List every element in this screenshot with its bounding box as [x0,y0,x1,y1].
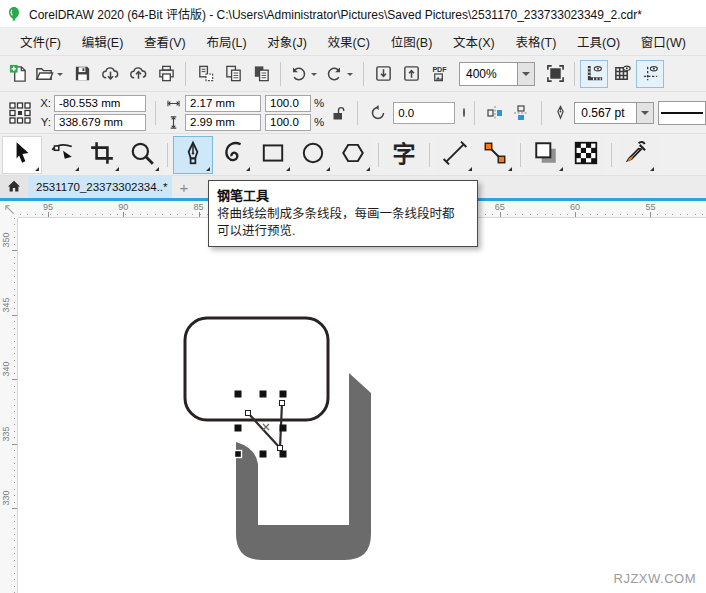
export-button[interactable] [397,60,425,88]
undo-dropdown[interactable] [308,61,319,87]
outline-width-input[interactable] [574,102,636,124]
outline-style-preview[interactable] [658,101,706,125]
mirror-vertical-icon[interactable] [510,102,532,124]
toolbox-separator [378,143,379,167]
text-tool[interactable]: 字 [384,136,424,174]
redo-button[interactable] [322,60,358,88]
drawing-canvas[interactable]: RJZXW.COM [18,218,706,593]
show-grid-button[interactable] [608,60,636,88]
selection-handle[interactable] [260,451,267,458]
rectangle-tool-icon [260,140,286,169]
undo-icon [289,64,308,83]
toolbar-separator [185,62,186,86]
copy-button[interactable] [219,60,247,88]
paste-button[interactable] [247,60,275,88]
y-position-input[interactable] [54,114,146,131]
open-folder-dropdown[interactable] [54,61,65,87]
toolbar-separator [574,62,575,86]
menu-item-3[interactable]: 查看(V) [138,28,192,55]
print-icon [157,64,176,83]
pick-tool[interactable] [2,136,42,174]
paste-special-button[interactable] [191,60,219,88]
new-document-button[interactable] [4,60,32,88]
shape-tool[interactable] [42,136,82,174]
curve-tool[interactable] [213,136,253,174]
save-button[interactable] [68,60,96,88]
menu-item-4[interactable]: 布局(L) [200,28,252,55]
drop-shadow-tool[interactable] [526,136,566,174]
transparency-tool[interactable] [566,136,606,174]
scale-vertical-input[interactable] [265,114,311,131]
watermark-text: RJZXW.COM [614,571,697,586]
x-position-input[interactable] [54,95,146,112]
pen-tool[interactable] [173,136,213,174]
fullscreen-preview-icon [546,64,565,83]
y-label: Y: [38,116,51,128]
cloud-download-button[interactable] [96,60,124,88]
menu-item-11[interactable]: 窗口(W) [635,28,692,55]
path-node[interactable] [246,411,251,416]
dimension-tool[interactable] [435,136,475,174]
lock-unlocked-icon[interactable] [328,103,348,123]
h-ruler-tick [123,212,124,217]
menu-item-7[interactable]: 位图(B) [385,28,439,55]
show-guidelines-button[interactable] [636,60,664,88]
selection-handle[interactable] [280,391,287,398]
open-folder-button[interactable] [32,60,68,88]
selection-handle[interactable] [280,425,287,432]
pick-tool-icon [9,140,35,169]
path-node[interactable] [280,401,285,406]
menu-item-2[interactable]: 编辑(E) [76,28,130,55]
redo-dropdown[interactable] [344,61,355,87]
document-tab-active[interactable]: 2531170_23373302334..* [28,176,172,198]
ellipse-tool[interactable] [293,136,333,174]
zoom-level-input[interactable] [459,62,517,86]
undo-button[interactable] [286,60,322,88]
width-icon [165,95,182,112]
outline-width-dropdown[interactable] [636,102,654,124]
path-node[interactable] [278,446,283,451]
selection-handle[interactable] [235,451,242,458]
menu-item-9[interactable]: 表格(T) [509,28,562,55]
selection-handle[interactable] [235,425,242,432]
selection-handle[interactable] [235,391,242,398]
v-ruler-tick [12,444,17,445]
zoom-tool[interactable] [122,136,162,174]
zoom-level-dropdown[interactable] [517,62,535,86]
selection-handle[interactable] [280,451,287,458]
object-width-input[interactable] [185,95,261,112]
color-eyedropper-tool[interactable] [617,136,657,174]
menu-item-10[interactable]: 工具(O) [571,28,626,55]
polygon-tool[interactable] [333,136,373,174]
h-ruler-tick [500,212,501,217]
selection-handle[interactable] [260,391,267,398]
percent-label: % [314,97,324,109]
gray-j-shape[interactable] [236,373,371,560]
menu-item-1[interactable]: 文件(F) [14,28,67,55]
object-height-input[interactable] [185,114,261,131]
welcome-home-button[interactable] [0,176,28,198]
import-button[interactable] [369,60,397,88]
fullscreen-preview-button[interactable] [541,60,569,88]
rectangle-tool[interactable] [253,136,293,174]
coreldraw-window: CorelDRAW 2020 (64-Bit 评估版) - C:\Users\A… [0,0,706,593]
new-tab-button[interactable]: + [172,176,196,198]
crop-tool[interactable] [82,136,122,174]
vertical-ruler[interactable]: 350345340335330 [0,218,18,593]
print-button[interactable] [152,60,180,88]
rounded-rectangle-shape[interactable] [185,318,328,420]
ruler-origin-icon[interactable] [0,201,18,218]
rotation-angle-input[interactable] [393,102,455,124]
v-ruler-tick [12,315,17,316]
paste-icon [252,64,271,83]
pdf-button[interactable]: PDF [425,60,453,88]
menu-item-8[interactable]: 文本(X) [447,28,501,55]
toolbox-separator [520,143,521,167]
menu-item-6[interactable]: 效果(C) [322,28,376,55]
scale-horizontal-input[interactable] [265,95,311,112]
connector-tool[interactable] [475,136,515,174]
cloud-upload-button[interactable] [124,60,152,88]
mirror-horizontal-icon[interactable] [484,102,506,124]
show-rulers-button[interactable] [580,60,608,88]
menu-item-5[interactable]: 对象(J) [261,28,313,55]
